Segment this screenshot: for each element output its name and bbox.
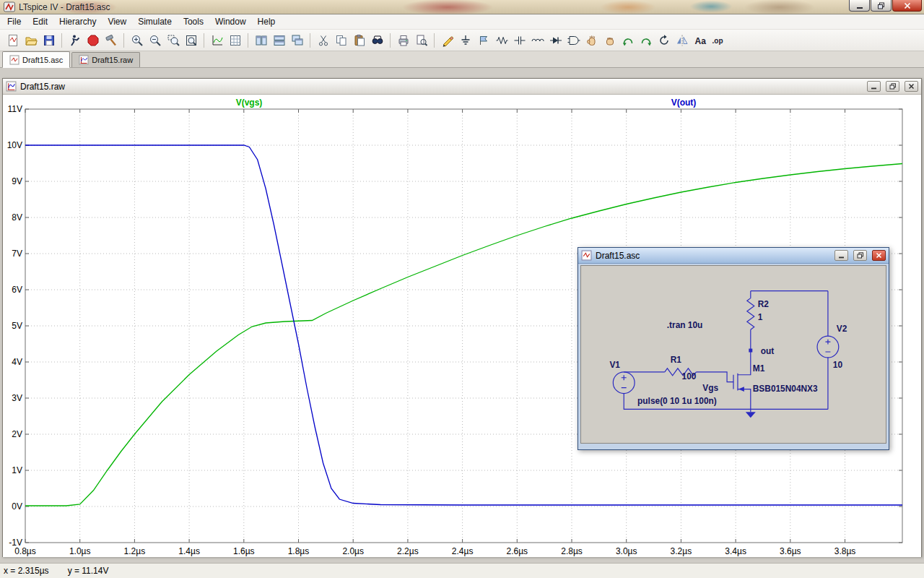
grid-icon[interactable] xyxy=(227,32,243,48)
undo-icon[interactable] xyxy=(619,32,636,48)
voltage-source-v2[interactable] xyxy=(817,336,839,358)
redo-icon[interactable] xyxy=(637,32,654,48)
mirror-icon[interactable] xyxy=(674,32,690,48)
tab-draft15-raw[interactable]: Draft15.raw xyxy=(71,52,140,67)
control-panel-icon[interactable] xyxy=(103,32,119,48)
x-tick-label: 0.8µs xyxy=(14,546,36,556)
schematic-window-title: Draft15.asc xyxy=(596,251,829,261)
svg-text:Aa: Aa xyxy=(694,35,706,46)
r2-label[interactable]: R2 xyxy=(758,299,770,309)
menu-edit[interactable]: Edit xyxy=(27,15,53,28)
capacitor-icon[interactable] xyxy=(511,32,528,48)
y-tick-label: 3V xyxy=(12,393,22,403)
title-bar[interactable]: LTspice IV - Draft15.asc xyxy=(0,0,924,14)
restore-button[interactable] xyxy=(871,0,892,12)
menu-view[interactable]: View xyxy=(102,15,132,28)
text-icon[interactable]: Aa xyxy=(692,32,708,48)
y-tick-label: 2V xyxy=(12,429,22,439)
waveform-window-icon xyxy=(6,81,17,92)
menu-window[interactable]: Window xyxy=(209,15,252,28)
m1-model[interactable]: BSB015N04NX3 xyxy=(753,384,818,394)
tile-horizontal-icon[interactable] xyxy=(271,32,287,48)
schematic-window-titlebar[interactable]: Draft15.asc xyxy=(578,248,889,264)
ground-icon[interactable] xyxy=(457,32,474,48)
paste-icon[interactable] xyxy=(351,32,367,48)
legend-V(vgs)[interactable]: V(vgs) xyxy=(236,98,263,108)
label-icon[interactable] xyxy=(475,32,492,48)
tab-label: Draft15.raw xyxy=(92,56,133,64)
menu-simulate[interactable]: Simulate xyxy=(132,15,178,28)
out-node[interactable] xyxy=(749,349,752,353)
y-tick-label: 1V xyxy=(12,465,22,475)
zoom-extents-icon[interactable] xyxy=(183,32,199,48)
y-tick-label: 7V xyxy=(12,249,22,259)
svg-text:.op: .op xyxy=(712,37,723,45)
tab-label: Draft15.asc xyxy=(22,56,63,64)
ground-flag[interactable] xyxy=(746,412,756,418)
plot-minimize-button[interactable] xyxy=(867,81,881,92)
run-icon[interactable] xyxy=(66,32,83,48)
zoom-area-icon[interactable] xyxy=(165,32,181,48)
tab-draft15-asc[interactable]: Draft15.asc xyxy=(2,51,70,68)
zoom-in-icon[interactable] xyxy=(128,32,145,48)
directive-tran[interactable]: .tran 10u xyxy=(667,320,703,330)
out-net-label[interactable]: out xyxy=(761,346,775,356)
v2-label[interactable]: V2 xyxy=(837,324,847,334)
vgs-net-label[interactable]: Vgs xyxy=(702,383,718,393)
inductor-icon[interactable] xyxy=(529,32,546,48)
drag-icon[interactable] xyxy=(601,32,618,48)
diode-icon[interactable] xyxy=(547,32,564,48)
minimize-button[interactable] xyxy=(849,0,870,12)
schematic-restore-button[interactable] xyxy=(853,250,867,261)
pulse-text[interactable]: pulse(0 10 1u 100n) xyxy=(637,396,717,406)
close-button[interactable] xyxy=(892,0,922,12)
spice-directive-icon[interactable]: .op xyxy=(710,32,726,48)
print-icon[interactable] xyxy=(395,32,411,48)
r1-value[interactable]: 100 xyxy=(682,371,697,381)
cut-icon[interactable] xyxy=(315,32,331,48)
waveform-window-titlebar[interactable]: Draft15.raw xyxy=(3,79,921,95)
v2-value[interactable]: 10 xyxy=(833,360,843,370)
legend-V(out)[interactable]: V(out) xyxy=(671,98,697,108)
open-icon[interactable] xyxy=(22,32,39,48)
x-tick-label: 3.8µs xyxy=(834,546,856,556)
ltspice-logo-icon xyxy=(4,1,15,12)
save-icon[interactable] xyxy=(40,32,57,48)
plot-restore-button[interactable] xyxy=(886,81,899,92)
halt-icon[interactable] xyxy=(84,32,101,48)
x-tick-label: 1.6µs xyxy=(233,546,255,556)
wire-icon[interactable] xyxy=(439,32,456,48)
move-icon[interactable] xyxy=(583,32,600,48)
schematic-window-icon xyxy=(581,250,592,261)
cascade-icon[interactable] xyxy=(289,32,305,48)
r1-label[interactable]: R1 xyxy=(671,355,682,365)
component-icon[interactable] xyxy=(565,32,582,48)
resistor-icon[interactable] xyxy=(493,32,510,48)
menu-tools[interactable]: Tools xyxy=(178,15,209,28)
r2-value[interactable]: 1 xyxy=(758,312,763,322)
menu-help[interactable]: Help xyxy=(252,15,282,28)
zoom-out-icon[interactable] xyxy=(147,32,163,48)
new-schematic-icon[interactable] xyxy=(4,32,21,48)
voltage-source-v1[interactable] xyxy=(613,372,635,394)
copy-icon[interactable] xyxy=(333,32,349,48)
v1-label[interactable]: V1 xyxy=(609,360,620,370)
menu-bar: FileEditHierarchyViewSimulateToolsWindow… xyxy=(0,14,924,30)
schematic-tab-icon xyxy=(9,55,19,65)
schematic-canvas[interactable]: .tran 10u V1 pulse(0 10 1u 100n) R1 100 … xyxy=(580,265,886,444)
plot-close-button[interactable] xyxy=(905,81,918,92)
find-icon[interactable] xyxy=(369,32,385,48)
x-tick-label: 3.2µs xyxy=(671,546,692,556)
x-tick-label: 1.0µs xyxy=(69,546,91,556)
schematic-close-button[interactable] xyxy=(872,250,886,261)
y-tick-label: 4V xyxy=(12,357,22,367)
tile-vertical-icon[interactable] xyxy=(253,32,269,48)
menu-hierarchy[interactable]: Hierarchy xyxy=(53,15,102,28)
schematic-minimize-button[interactable] xyxy=(834,250,848,261)
print-preview-icon[interactable] xyxy=(413,32,430,48)
rotate-icon[interactable] xyxy=(655,32,672,48)
m1-label[interactable]: M1 xyxy=(753,363,765,374)
resistor-r2[interactable] xyxy=(747,298,754,330)
menu-file[interactable]: File xyxy=(1,15,27,28)
autorange-icon[interactable] xyxy=(209,32,225,48)
